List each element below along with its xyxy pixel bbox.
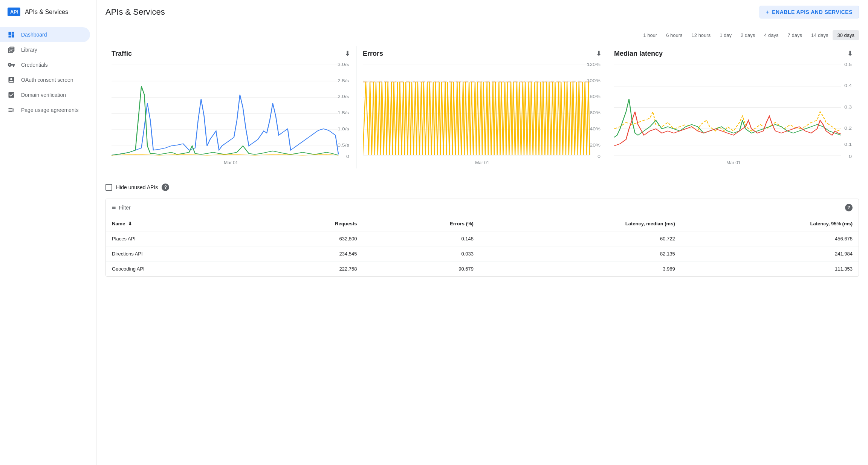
api-table-body: Places API 632,800 0.148 60.722 456.678 … [106,231,859,277]
dashboard-icon [8,31,15,38]
sidebar-item-page-usage[interactable]: Page usage agreements [0,102,90,118]
filter-icon: ≡ [112,203,116,211]
enable-apis-button[interactable]: + ENABLE APIS AND SERVICES [760,6,859,18]
cell-latency-95: 111.353 [681,262,859,277]
time-filter-7days[interactable]: 7 days [783,30,807,40]
errors-x-label: Mar 01 [363,160,602,165]
svg-text:3.0/s: 3.0/s [338,63,349,67]
page-title: APIs & Services [105,7,750,17]
errors-chart-title: Errors [363,50,383,58]
cell-requests: 632,800 [252,231,363,246]
latency-download-icon[interactable]: ⬇ [847,49,853,58]
time-filter-1hour[interactable]: 1 hour [639,30,662,40]
svg-text:80%: 80% [590,95,601,99]
latency-chart-card: Median latency ⬇ 0.5 0.4 0.3 0.2 0.1 0 [608,46,859,168]
dashboard-label: Dashboard [21,32,47,38]
errors-chart-header: Errors ⬇ [363,49,602,58]
svg-text:40%: 40% [590,127,601,131]
errors-chart-card: Errors ⬇ 120% 100% 80% 60% 40% 20% 0 [357,46,608,168]
oauth-label: OAuth consent screen [21,77,73,83]
hide-unused-checkbox[interactable] [105,184,112,191]
latency-chart-body: 0.5 0.4 0.3 0.2 0.1 0 [614,61,853,159]
svg-text:1.0/s: 1.0/s [338,127,349,131]
cell-errors: 0.148 [363,231,480,246]
time-filter-6hours[interactable]: 6 hours [662,30,687,40]
col-latency-median: Latency, median (ms) [480,216,681,231]
time-filter-4days[interactable]: 4 days [760,30,783,40]
sidebar-nav: Dashboard Library Credentials OAuth cons… [0,24,96,121]
time-filter-12hours[interactable]: 12 hours [687,30,715,40]
sort-icon: ⬇ [128,221,132,226]
traffic-chart-svg: 3.0/s 2.5/s 2.0/s 1.5/s 1.0/s 0.5/s 0 [112,61,350,159]
traffic-chart-card: Traffic ⬇ 3.0/s 2.5/s 2.0/s 1.5/s 1.0/s … [105,46,357,168]
sidebar-item-dashboard[interactable]: Dashboard [0,27,90,42]
page-usage-icon [8,106,15,114]
errors-chart-body: 120% 100% 80% 60% 40% 20% 0 [363,61,602,159]
table-row: Directions API 234,545 0.033 82.135 241.… [106,246,859,262]
domain-icon [8,91,15,99]
svg-text:2.0/s: 2.0/s [338,95,349,99]
col-latency-95: Latency, 95% (ms) [681,216,859,231]
errors-chart-svg: 120% 100% 80% 60% 40% 20% 0 [363,61,602,159]
col-requests: Requests [252,216,363,231]
api-table-container: ≡ Filter ? Name ⬇ Requests Errors (%) La… [105,199,859,277]
svg-text:120%: 120% [587,63,600,67]
hide-unused-label: Hide unused APIs [116,184,158,190]
sidebar-item-library[interactable]: Library [0,42,90,57]
main-header: APIs & Services + ENABLE APIS AND SERVIC… [96,0,868,24]
cell-errors: 0.033 [363,246,480,262]
cell-latency-median: 60.722 [480,231,681,246]
cell-name: Geocoding API [106,262,252,277]
svg-text:0.2: 0.2 [844,126,852,130]
domain-label: Domain verification [21,92,66,98]
hide-unused-help-icon[interactable]: ? [162,184,169,191]
svg-text:0.4: 0.4 [844,84,852,88]
sidebar-item-credentials[interactable]: Credentials [0,57,90,72]
time-filter-1day[interactable]: 1 day [715,30,736,40]
errors-download-icon[interactable]: ⬇ [596,49,602,58]
time-filter-30days[interactable]: 30 days [833,30,859,40]
col-name: Name ⬇ [106,216,252,231]
svg-text:0.5: 0.5 [844,63,852,67]
api-logo: API [8,8,20,16]
col-errors: Errors (%) [363,216,480,231]
svg-text:1.5/s: 1.5/s [338,111,349,115]
hide-unused-row: Hide unused APIs ? [105,184,859,191]
sidebar: API APIs & Services Dashboard Library Cr… [0,0,96,465]
traffic-chart-body: 3.0/s 2.5/s 2.0/s 1.5/s 1.0/s 0.5/s 0 [112,61,350,159]
svg-text:0.3: 0.3 [844,105,852,109]
traffic-download-icon[interactable]: ⬇ [345,49,350,58]
cell-latency-95: 241.984 [681,246,859,262]
svg-text:0: 0 [598,154,601,159]
traffic-chart-header: Traffic ⬇ [112,49,350,58]
sidebar-header: API APIs & Services [0,0,96,24]
table-help-icon[interactable]: ? [845,204,853,211]
latency-x-label: Mar 01 [614,160,853,165]
traffic-chart-title: Traffic [112,50,132,58]
oauth-icon [8,76,15,84]
svg-text:20%: 20% [590,143,601,147]
table-row: Geocoding API 222,758 90.679 3.969 111.3… [106,262,859,277]
table-filter-row: ≡ Filter ? [106,199,859,216]
enable-button-label: ENABLE APIS AND SERVICES [772,9,853,15]
sidebar-item-domain[interactable]: Domain verification [0,87,90,102]
cell-latency-95: 456.678 [681,231,859,246]
filter-label: Filter [119,205,131,211]
svg-text:0.5/s: 0.5/s [338,143,349,147]
cell-name: Places API [106,231,252,246]
cell-requests: 234,545 [252,246,363,262]
main-content: APIs & Services + ENABLE APIS AND SERVIC… [96,0,868,465]
cell-requests: 222,758 [252,262,363,277]
cell-latency-median: 82.135 [480,246,681,262]
svg-text:0: 0 [849,154,852,159]
credentials-icon [8,61,15,69]
table-filter-button[interactable]: ≡ Filter [112,203,131,211]
cell-latency-median: 3.969 [480,262,681,277]
plus-icon: + [766,9,769,15]
time-filter-2days[interactable]: 2 days [736,30,760,40]
time-filter-14days[interactable]: 14 days [807,30,833,40]
sidebar-title: APIs & Services [25,9,68,15]
sidebar-item-oauth[interactable]: OAuth consent screen [0,72,90,87]
credentials-label: Credentials [21,62,48,68]
traffic-x-label: Mar 01 [112,160,350,165]
